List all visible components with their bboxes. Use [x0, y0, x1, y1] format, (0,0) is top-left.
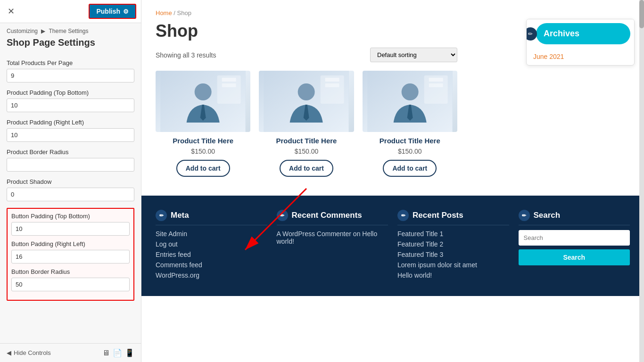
footer-pencil-icon: ✏ — [277, 210, 288, 221]
footer-link[interactable]: Entries feed — [156, 251, 267, 258]
footer-title-text: Recent Posts — [413, 211, 463, 220]
product-card: Product Title Here $150.00 Add to cart — [363, 71, 457, 177]
scrollbar-thumb — [639, 0, 644, 28]
footer-link[interactable]: Log out — [156, 240, 267, 248]
field-label: Total Products Per Page — [7, 59, 134, 66]
product-image — [156, 71, 250, 132]
product-price: $150.00 — [259, 148, 354, 155]
footer-link[interactable]: A WordPress Commenter on Hello world! — [277, 230, 388, 245]
shop-title: Shop — [156, 21, 457, 41]
field-input[interactable] — [7, 158, 134, 172]
scrollbar[interactable] — [639, 0, 644, 362]
top-bar: ✕ Publish ⚙ — [0, 0, 141, 23]
svg-rect-4 — [222, 78, 236, 82]
sort-select[interactable]: Default sorting Sort by popularity Sort … — [370, 48, 457, 62]
field-group: Total Products Per Page — [7, 59, 134, 82]
breadcrumb-separator: ▶ — [41, 28, 45, 34]
tablet-button[interactable]: 📄 — [113, 348, 122, 357]
breadcrumb-theme-settings: Theme Settings — [49, 28, 89, 34]
highlighted-section: Button Padding (Top Bottom) Button Paddi… — [7, 208, 134, 301]
breadcrumb: Customizing ▶ Theme Settings — [0, 23, 141, 36]
hide-controls-button[interactable]: ◀ Hide Controls — [7, 349, 51, 356]
field-group: Button Padding (Right Left) — [11, 240, 130, 263]
shop-header-row: Showing all 3 results Default sorting So… — [156, 48, 457, 62]
footer-link[interactable]: Featured Title 2 — [397, 240, 509, 248]
field-label: Product Padding (Top Bottom) — [7, 89, 134, 96]
footer-link[interactable]: WordPress.org — [156, 272, 267, 279]
preview-area: Home / Shop Shop Showing all 3 results D… — [141, 0, 644, 362]
breadcrumb-sep: / — [173, 9, 175, 16]
field-input[interactable] — [11, 250, 130, 263]
publish-button[interactable]: Publish ⚙ — [89, 4, 136, 19]
left-panel: ✕ Publish ⚙ Customizing ▶ Theme Settings… — [0, 0, 141, 362]
footer-section: ✏ Recent Posts Featured Title 1Featured … — [397, 210, 509, 282]
add-to-cart-button[interactable]: Add to cart — [383, 160, 437, 177]
field-input[interactable] — [7, 99, 134, 112]
field-group: Button Padding (Top Bottom) — [11, 213, 130, 236]
footer-section-title: ✏ Meta — [156, 210, 267, 225]
footer-section-title: ✏ Recent Posts — [397, 210, 509, 225]
archives-header-wrap: ✏ Archives — [527, 19, 634, 48]
archives-pencil-icon: ✏ — [526, 27, 537, 41]
product-image — [259, 71, 354, 132]
archives-link[interactable]: June 2021 — [533, 53, 627, 60]
archives-header: Archives — [536, 23, 630, 44]
svg-point-14 — [401, 83, 418, 100]
footer-link[interactable]: Featured Title 3 — [397, 251, 509, 258]
product-title: Product Title Here — [363, 137, 457, 145]
products-grid: Product Title Here $150.00 Add to cart — [156, 71, 457, 177]
add-to-cart-button[interactable]: Add to cart — [176, 160, 230, 177]
shop-content: Home / Shop Shop Showing all 3 results D… — [141, 0, 471, 196]
right-panel: Home / Shop Shop Showing all 3 results D… — [141, 0, 644, 362]
footer-title-text: Meta — [171, 211, 189, 220]
device-buttons: 🖥 📄 📱 — [102, 348, 134, 357]
footer-search-button[interactable]: Search — [519, 249, 630, 265]
footer-link[interactable]: Featured Title 1 — [397, 230, 509, 238]
footer-section: ✏ Search Search — [519, 210, 630, 282]
field-label: Product Padding (Right Left) — [7, 119, 134, 126]
product-card: Product Title Here $150.00 Add to cart — [259, 71, 354, 177]
footer-section-title: ✏ Recent Comments — [277, 210, 388, 225]
archives-widget: ✏ Archives June 2021 — [526, 19, 635, 66]
product-card: Product Title Here $150.00 Add to cart — [156, 71, 250, 177]
svg-point-2 — [195, 83, 212, 100]
breadcrumb-shop: Shop — [177, 9, 191, 16]
footer-search-input[interactable] — [519, 230, 630, 246]
mobile-button[interactable]: 📱 — [125, 348, 134, 357]
field-label: Button Padding (Right Left) — [11, 240, 130, 247]
shop-breadcrumb: Home / Shop — [156, 9, 457, 16]
close-button[interactable]: ✕ — [5, 4, 17, 18]
field-input[interactable] — [7, 128, 134, 142]
field-group: Product Border Radius — [7, 148, 134, 172]
field-group: Product Shadow — [7, 178, 134, 201]
desktop-button[interactable]: 🖥 — [102, 348, 110, 357]
svg-rect-11 — [325, 83, 339, 87]
field-label: Product Shadow — [7, 178, 134, 185]
breadcrumb-home[interactable]: Home — [156, 9, 172, 16]
highlighted-fields: Button Padding (Top Bottom) Button Paddi… — [11, 213, 130, 291]
product-price: $150.00 — [363, 148, 457, 155]
field-input[interactable] — [11, 278, 130, 291]
footer-link[interactable]: Lorem ipsum dolor sit amet — [397, 261, 509, 269]
field-group: Product Padding (Top Bottom) — [7, 89, 134, 112]
footer-pencil-icon: ✏ — [397, 210, 409, 221]
field-label: Button Border Radius — [11, 268, 130, 275]
hide-controls-icon: ◀ — [7, 349, 11, 356]
svg-point-8 — [298, 83, 315, 100]
panel-content: Total Products Per Page Product Padding … — [0, 55, 141, 343]
add-to-cart-button[interactable]: Add to cart — [280, 160, 333, 177]
regular-fields: Total Products Per Page Product Padding … — [7, 59, 134, 201]
footer-section: ✏ Meta Site AdminLog outEntries feedComm… — [156, 210, 267, 282]
field-input[interactable] — [7, 69, 134, 82]
field-input[interactable] — [11, 222, 130, 236]
footer-link[interactable]: Hello world! — [397, 272, 509, 279]
svg-rect-10 — [325, 78, 339, 82]
footer-link[interactable]: Site Admin — [156, 230, 267, 238]
footer-pencil-icon: ✏ — [519, 210, 530, 221]
svg-rect-16 — [429, 78, 443, 82]
field-input[interactable] — [7, 188, 134, 201]
svg-rect-5 — [222, 83, 236, 87]
showing-text: Showing all 3 results — [156, 51, 216, 59]
field-group: Product Padding (Right Left) — [7, 119, 134, 142]
footer-link[interactable]: Comments feed — [156, 261, 267, 269]
